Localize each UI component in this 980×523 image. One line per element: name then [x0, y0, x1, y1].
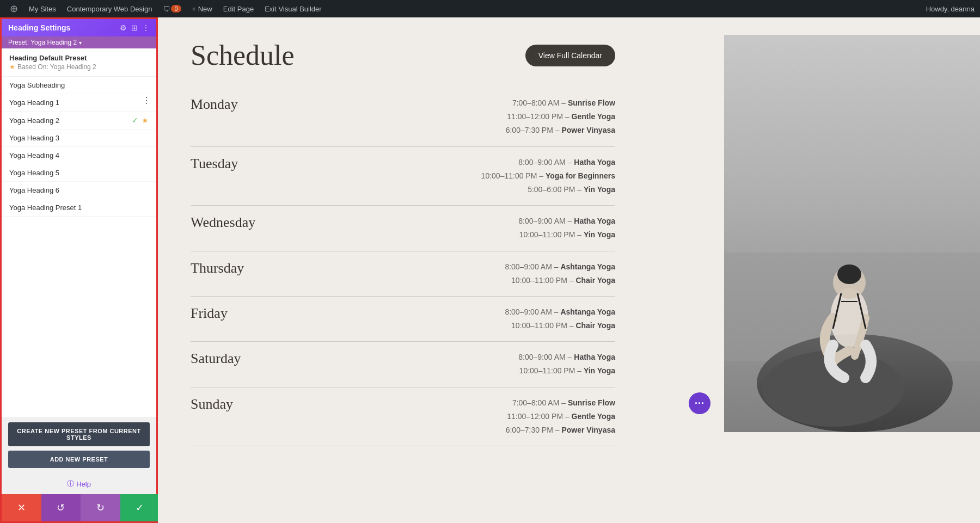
class-name: Yin Yoga — [584, 185, 615, 194]
day-name-wednesday: Wednesday — [191, 214, 289, 231]
default-preset-name: Heading Default Preset — [9, 54, 149, 62]
class-name: Sunrise Flow — [568, 99, 615, 107]
schedule-header: Schedule View Full Calendar — [191, 39, 615, 71]
redo-button[interactable]: ↻ — [81, 494, 120, 521]
class-name: Gentle Yoga — [572, 412, 615, 421]
admin-site-name[interactable]: Contemporary Web Design — [63, 0, 157, 17]
schedule-day-sunday: Sunday 7:00–8:00 AM – Sunrise Flow 11:00… — [191, 387, 615, 447]
class-name: Gentle Yoga — [572, 112, 615, 121]
yoga-svg — [724, 35, 980, 432]
day-name-saturday: Saturday — [191, 350, 289, 367]
list-item[interactable]: Yoga Heading 2 ✓ ★ — [2, 112, 156, 130]
class-item: 10:00–11:00 PM – Yoga for Beginners — [481, 169, 615, 183]
default-preset-item[interactable]: Heading Default Preset ★ Based On: Yoga … — [2, 48, 156, 77]
yoga-figure — [724, 35, 980, 432]
day-classes-thursday: 8:00–9:00 AM – Ashtanga Yoga 10:00–11:00… — [505, 260, 615, 287]
admin-edit-page[interactable]: Edit Page — [219, 0, 258, 17]
default-preset-based-on: ★ Based On: Yoga Heading 2 — [9, 63, 149, 71]
panel-settings-icon[interactable]: ⚙ — [120, 23, 127, 32]
panel-expand-icon[interactable]: ⊞ — [131, 23, 138, 32]
class-name: Power Vinyasa — [561, 426, 615, 434]
preset-list: Heading Default Preset ★ Based On: Yoga … — [2, 48, 156, 417]
class-item: 10:00–11:00 PM – Chair Yoga — [505, 274, 615, 287]
list-item[interactable]: Yoga Heading 5 — [2, 164, 156, 182]
class-item: 8:00–9:00 AM – Hatha Yoga — [518, 214, 615, 228]
schedule-section: Schedule View Full Calendar Monday 7:00–… — [158, 17, 648, 468]
schedule-day-monday: Monday 7:00–8:00 AM – Sunrise Flow 11:00… — [191, 88, 615, 147]
class-name: Yoga for Beginners — [546, 171, 615, 180]
class-name: Hatha Yoga — [574, 353, 615, 361]
undo-button[interactable]: ↺ — [41, 494, 81, 521]
admin-new[interactable]: + New — [188, 0, 217, 17]
yoga-side-image — [724, 35, 980, 432]
day-classes-wednesday: 8:00–9:00 AM – Hatha Yoga 10:00–11:00 PM… — [518, 214, 615, 242]
panel-help: ⓘ Help — [2, 473, 156, 494]
context-menu-icon[interactable]: ⋮ — [142, 95, 151, 106]
class-item: 5:00–6:00 PM – Yin Yoga — [481, 183, 615, 196]
preset-label: Preset: Yoga Heading 2 — [8, 39, 77, 46]
day-classes-saturday: 8:00–9:00 AM – Hatha Yoga 10:00–11:00 PM… — [518, 350, 615, 378]
list-item[interactable]: Yoga Heading Preset 1 — [2, 199, 156, 217]
class-item: 11:00–12:00 PM – Gentle Yoga — [506, 410, 615, 423]
day-classes-monday: 7:00–8:00 AM – Sunrise Flow 11:00–12:00 … — [506, 96, 615, 138]
class-item: 6:00–7:30 PM – Power Vinyasa — [506, 423, 615, 437]
day-classes-sunday: 7:00–8:00 AM – Sunrise Flow 11:00–12:00 … — [506, 396, 615, 438]
day-classes-tuesday: 8:00–9:00 AM – Hatha Yoga 10:00–11:00 PM… — [481, 156, 615, 197]
preset-item-label: Yoga Heading 1 — [9, 99, 59, 107]
based-on-star-icon: ★ — [9, 63, 15, 71]
class-item: 7:00–8:00 AM – Sunrise Flow — [506, 96, 615, 110]
class-item: 8:00–9:00 AM – Ashtanga Yoga — [505, 260, 615, 274]
list-item[interactable]: Yoga Heading 6 — [2, 182, 156, 199]
class-name: Chair Yoga — [575, 276, 615, 285]
panel-more-icon[interactable]: ⋮ — [142, 23, 150, 32]
panel-title: Heading Settings — [8, 23, 70, 32]
preset-item-label: Yoga Heading 4 — [9, 151, 59, 159]
preset-chevron-icon: ▾ — [79, 40, 82, 46]
content-area: Schedule View Full Calendar Monday 7:00–… — [158, 17, 980, 523]
class-item: 7:00–8:00 AM – Sunrise Flow — [506, 396, 615, 410]
list-item[interactable]: Yoga Heading 1 — [2, 94, 156, 112]
list-item[interactable]: Yoga Subheading — [2, 77, 156, 94]
star-icon: ★ — [142, 116, 149, 125]
admin-exit-builder[interactable]: Exit Visual Builder — [260, 0, 326, 17]
list-item[interactable]: Yoga Heading 4 — [2, 147, 156, 164]
floating-menu-button[interactable]: ··· — [689, 392, 710, 414]
day-classes-friday: 8:00–9:00 AM – Ashtanga Yoga 10:00–11:00… — [505, 305, 615, 333]
class-item: 10:00–11:00 PM – Yin Yoga — [518, 364, 615, 378]
day-name-tuesday: Tuesday — [191, 156, 289, 172]
schedule-day-thursday: Thursday 8:00–9:00 AM – Ashtanga Yoga 10… — [191, 251, 615, 297]
schedule-day-friday: Friday 8:00–9:00 AM – Ashtanga Yoga 10:0… — [191, 297, 615, 342]
day-name-sunday: Sunday — [191, 396, 289, 413]
schedule-day-wednesday: Wednesday 8:00–9:00 AM – Hatha Yoga 10:0… — [191, 206, 615, 251]
main-container: Heading Settings ⚙ ⊞ ⋮ Preset: Yoga Head… — [0, 17, 980, 523]
class-name: Ashtanga Yoga — [560, 307, 615, 316]
preset-item-label: Yoga Heading 6 — [9, 186, 59, 194]
class-name: Yin Yoga — [584, 366, 615, 375]
create-preset-button[interactable]: CREATE NEW PRESET FROM CURRENT STYLES — [8, 422, 150, 446]
admin-howdy: Howdy, deanna — [926, 5, 975, 13]
help-circle-icon: ⓘ — [67, 479, 74, 489]
cancel-button[interactable]: ✕ — [2, 494, 41, 521]
view-calendar-button[interactable]: View Full Calendar — [525, 45, 615, 66]
admin-comments[interactable]: 🗨 0 — [158, 0, 185, 17]
svg-point-6 — [837, 264, 861, 284]
checkmark-icon: ✓ — [132, 116, 138, 125]
class-name: Sunrise Flow — [568, 398, 615, 407]
preset-item-label: Yoga Heading 3 — [9, 134, 59, 142]
list-item[interactable]: Yoga Heading 3 — [2, 130, 156, 147]
class-item: 6:00–7:30 PM – Power Vinyasa — [506, 124, 615, 137]
panel-subheader[interactable]: Preset: Yoga Heading 2 ▾ — [2, 36, 156, 48]
class-name: Ashtanga Yoga — [560, 262, 615, 271]
class-name: Hatha Yoga — [574, 158, 615, 167]
class-name: Chair Yoga — [575, 321, 615, 330]
add-preset-button[interactable]: ADD NEW PRESET — [8, 451, 150, 468]
admin-my-sites[interactable]: My Sites — [24, 0, 60, 17]
wp-logo-icon[interactable]: ⊕ — [5, 3, 22, 15]
schedule-day-tuesday: Tuesday 8:00–9:00 AM – Hatha Yoga 10:00–… — [191, 147, 615, 206]
preset-item-label: Yoga Heading 2 — [9, 116, 59, 125]
schedule-title: Schedule — [191, 39, 295, 71]
confirm-button[interactable]: ✓ — [120, 494, 160, 521]
bottom-toolbar: ✕ ↺ ↻ ✓ — [2, 494, 160, 521]
help-link[interactable]: ⓘ Help — [7, 479, 151, 489]
preset-item-icons: ✓ ★ — [132, 116, 149, 125]
